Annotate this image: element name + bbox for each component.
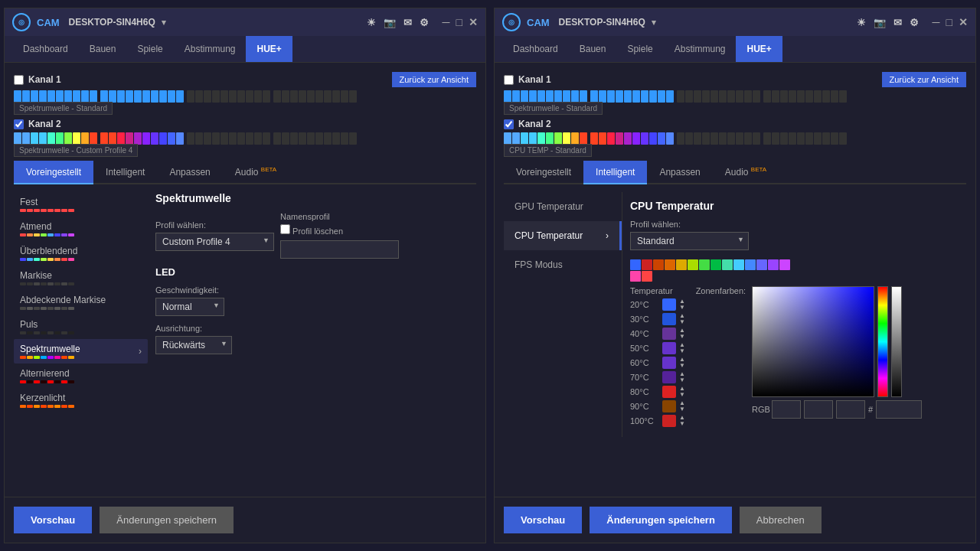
color-swatch[interactable] <box>630 259 641 270</box>
maximize-icon[interactable]: □ <box>456 16 462 28</box>
left-channel1-checkbox[interactable] <box>14 75 24 85</box>
left-nav-abstimmung[interactable]: Abstimmung <box>174 36 247 62</box>
temp-color-80[interactable] <box>662 386 676 398</box>
right-tab-voreingestellt[interactable]: Voreingestellt <box>504 161 583 184</box>
color-swatch[interactable] <box>745 259 756 270</box>
led-cell <box>64 132 72 145</box>
right-back-btn[interactable]: Zurück zur Ansicht <box>882 72 966 87</box>
preset-alternierend[interactable]: Alternierend <box>14 364 148 388</box>
right-rgb-b[interactable]: 255 <box>836 400 865 419</box>
right-mail-icon[interactable]: ✉ <box>893 17 902 28</box>
right-preview-btn[interactable]: Vorschau <box>504 507 582 533</box>
color-swatch[interactable] <box>756 259 767 270</box>
right-cpu-profile-select[interactable]: Standard Profile 1 <box>630 232 749 250</box>
right-cancel-btn[interactable]: Abbrechen <box>740 507 822 533</box>
right-nav-spiele[interactable]: Spiele <box>616 36 663 62</box>
right-intel-gpu[interactable]: GPU Temperatur <box>504 192 622 221</box>
preset-ueberblendend[interactable]: Überblendend <box>14 241 148 266</box>
mail-icon[interactable]: ✉ <box>403 17 412 28</box>
right-nav-abstimmung[interactable]: Abstimmung <box>664 36 737 62</box>
color-swatch[interactable] <box>733 259 744 270</box>
right-channel1-checkbox[interactable] <box>504 75 514 85</box>
right-tab-anpassen[interactable]: Anpassen <box>647 161 712 184</box>
left-profile-select[interactable]: Custom Profile 4 Standard Profile 1 <box>155 233 274 251</box>
left-tab-voreingestellt[interactable]: Voreingestellt <box>14 161 93 184</box>
color-swatch[interactable] <box>665 259 675 270</box>
right-nav-bauen[interactable]: Bauen <box>569 36 617 62</box>
right-rgb-r[interactable]: 0 <box>772 400 801 419</box>
right-nav-dashboard[interactable]: Dashboard <box>502 36 569 62</box>
temp-color-50[interactable] <box>662 342 676 354</box>
left-back-btn[interactable]: Zurück zur Ansicht <box>392 72 476 87</box>
temp-row-100: 100°C ▲▼ <box>630 415 746 427</box>
preset-puls[interactable]: Puls <box>14 315 148 339</box>
right-brightness-bar[interactable] <box>891 286 902 397</box>
left-dir-select[interactable]: Rückwärts Vorwärts <box>155 336 232 354</box>
right-nav-hue[interactable]: HUE+ <box>736 36 782 62</box>
right-rgb-g[interactable]: 0 <box>804 400 833 419</box>
temp-color-60[interactable] <box>662 357 676 369</box>
temp-color-100[interactable] <box>662 415 676 427</box>
left-name-input[interactable]: Custom Profile 4 <box>280 240 399 259</box>
temp-color-20[interactable] <box>662 298 676 311</box>
right-channel2-checkbox[interactable] <box>504 119 514 129</box>
right-save-btn[interactable]: Änderungen speichern <box>590 507 732 533</box>
right-color-gradient[interactable] <box>752 286 874 397</box>
right-maximize-icon[interactable]: □ <box>946 16 952 28</box>
led-cell <box>780 132 788 145</box>
right-intel-cpu[interactable]: CPU Temperatur › <box>504 221 622 250</box>
left-tab-anpassen[interactable]: Anpassen <box>157 161 222 184</box>
close-icon[interactable]: ✕ <box>469 16 478 28</box>
preset-markise[interactable]: Markise <box>14 266 148 290</box>
preset-spektrumwelle[interactable]: Spektrumwelle › <box>14 339 148 364</box>
temp-color-30[interactable] <box>662 313 676 325</box>
right-tab-audio[interactable]: Audio BETA <box>713 161 779 184</box>
right-hue-bar[interactable] <box>877 286 888 397</box>
left-save-btn[interactable]: Änderungen speichern <box>100 507 234 533</box>
color-swatch[interactable] <box>676 259 687 270</box>
color-swatch[interactable] <box>630 271 641 282</box>
color-swatch[interactable] <box>710 259 721 270</box>
left-tab-audio[interactable]: Audio BETA <box>223 161 289 184</box>
led-cell <box>282 132 289 145</box>
color-swatch[interactable] <box>688 259 698 270</box>
right-minimize-icon[interactable]: ─ <box>933 16 940 28</box>
left-delete-checkbox[interactable] <box>280 224 290 234</box>
temp-color-70[interactable] <box>662 371 676 383</box>
temp-color-90[interactable] <box>662 400 676 412</box>
right-camera-icon[interactable]: 📷 <box>874 17 886 28</box>
left-channel2-checkbox[interactable] <box>14 119 24 129</box>
left-tab-intelligent[interactable]: Intelligent <box>93 161 157 184</box>
gear-icon[interactable]: ⚙ <box>420 17 429 28</box>
left-dropdown-icon[interactable]: ▾ <box>162 18 166 28</box>
color-swatch[interactable] <box>642 259 652 270</box>
temp-color-40[interactable] <box>662 328 676 340</box>
left-nav-spiele[interactable]: Spiele <box>126 36 173 62</box>
left-nav-dashboard[interactable]: Dashboard <box>12 36 79 62</box>
right-tab-intelligent[interactable]: Intelligent <box>583 161 647 184</box>
left-nav-hue[interactable]: HUE+ <box>246 36 292 62</box>
right-sun-icon[interactable]: ☀ <box>857 17 866 28</box>
minimize-icon[interactable]: ─ <box>443 16 450 28</box>
color-swatch[interactable] <box>768 259 779 270</box>
preset-kerzenlicht[interactable]: Kerzenlicht <box>14 388 148 412</box>
color-swatch[interactable] <box>779 259 790 270</box>
right-dropdown-icon[interactable]: ▾ <box>652 18 656 28</box>
preset-atmend[interactable]: Atmend <box>14 217 148 241</box>
left-nav-bauen[interactable]: Bauen <box>79 36 127 62</box>
preset-fest[interactable]: Fest <box>14 192 148 217</box>
right-close-icon[interactable]: ✕ <box>959 16 968 28</box>
sun-icon[interactable]: ☀ <box>367 17 376 28</box>
color-swatch[interactable] <box>642 271 652 282</box>
color-swatch[interactable] <box>699 259 710 270</box>
color-swatch[interactable] <box>722 259 733 270</box>
right-intel-fps[interactable]: FPS Modus <box>504 250 622 279</box>
led-cell <box>822 132 830 145</box>
camera-icon[interactable]: 📷 <box>384 17 396 28</box>
left-speed-select[interactable]: Normal Langsam Schnell <box>155 298 224 316</box>
right-hex-input[interactable]: 0000FF <box>876 400 922 419</box>
color-swatch[interactable] <box>653 259 664 270</box>
preset-abdeckende-markise[interactable]: Abdeckende Markise <box>14 290 148 315</box>
left-preview-btn[interactable]: Vorschau <box>14 507 92 533</box>
right-gear-icon[interactable]: ⚙ <box>910 17 919 28</box>
